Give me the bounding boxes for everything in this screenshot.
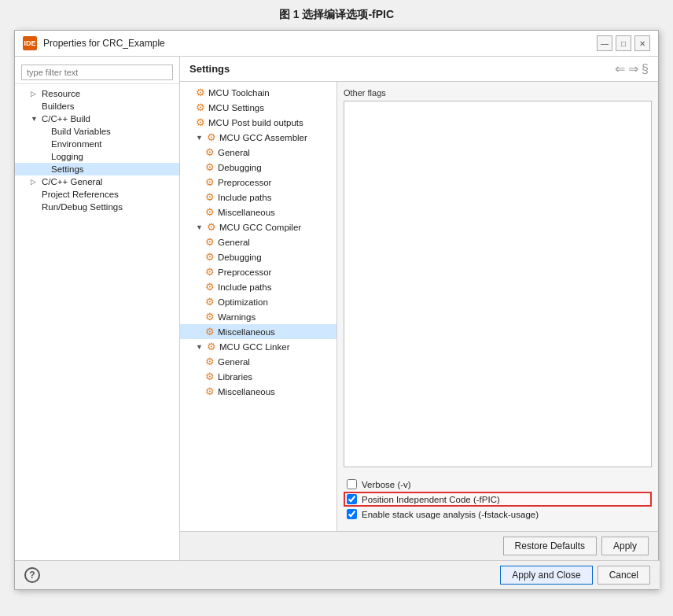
ide-logo-icon: IDE — [23, 36, 37, 50]
sidebar-item-label: C/C++ Build — [42, 114, 90, 124]
settings-item-linker-libraries[interactable]: ⚙ Libraries — [180, 369, 336, 384]
sidebar-item-logging[interactable]: Logging — [15, 150, 179, 163]
sidebar-item-label: Environment — [51, 139, 102, 149]
settings-header: Settings ⇐ ⇒ § — [180, 57, 658, 82]
gear-icon: ⚙ — [205, 236, 215, 248]
sidebar-item-settings[interactable]: Settings — [15, 163, 179, 175]
settings-item-label: Debugging — [218, 253, 262, 262]
gear-icon: ⚙ — [205, 206, 215, 218]
gear-icon: ⚙ — [196, 101, 205, 113]
content-area: Other flags Verbose (-v) Position Indepe… — [337, 82, 658, 531]
verbose-checkbox[interactable] — [347, 479, 357, 489]
settings-item-assembler-debugging[interactable]: ⚙ Debugging — [180, 160, 336, 175]
settings-item-mcu-toolchain[interactable]: ⚙ MCU Toolchain — [180, 85, 336, 100]
window-title: Properties for CRC_Example — [43, 38, 165, 49]
sidebar-item-label: Resource — [42, 89, 80, 98]
gear-icon: ⚙ — [205, 146, 215, 158]
settings-item-linker-general[interactable]: ⚙ General — [180, 354, 336, 369]
gear-icon: ⚙ — [205, 191, 215, 203]
stack-usage-label: Enable stack usage analysis (-fstack-usa… — [362, 510, 539, 519]
gear-icon: ⚙ — [205, 385, 215, 397]
settings-item-assembler-general[interactable]: ⚙ General — [180, 145, 336, 160]
sidebar-item-environment[interactable]: Environment — [15, 138, 179, 150]
settings-item-compiler-preprocessor[interactable]: ⚙ Preprocessor — [180, 264, 336, 279]
expand-icon: ▷ — [31, 178, 39, 186]
settings-item-label: Miscellaneous — [218, 387, 275, 397]
settings-item-label: Preprocessor — [218, 178, 271, 187]
settings-item-assembler-misc[interactable]: ⚙ Miscellaneous — [180, 205, 336, 219]
sidebar-item-resource[interactable]: ▷ Resource — [15, 87, 179, 100]
sidebar-item-project-references[interactable]: Project References — [15, 188, 179, 201]
settings-item-compiler-include-paths[interactable]: ⚙ Include paths — [180, 279, 336, 294]
verbose-label: Verbose (-v) — [362, 480, 411, 489]
settings-item-mcu-gcc-assembler[interactable]: ▼ ⚙ MCU GCC Assembler — [180, 130, 336, 145]
filter-input[interactable] — [21, 65, 173, 80]
settings-item-mcu-settings[interactable]: ⚙ MCU Settings — [180, 100, 336, 115]
settings-item-compiler-misc[interactable]: ⚙ Miscellaneous — [180, 324, 336, 339]
settings-tree: ⚙ MCU Toolchain ⚙ MCU Settings ⚙ MCU Pos… — [180, 82, 337, 531]
settings-item-mcu-post-build[interactable]: ⚙ MCU Post build outputs — [180, 115, 336, 130]
title-bar: IDE Properties for CRC_Example — □ ✕ — [15, 31, 658, 57]
settings-item-label: MCU GCC Linker — [219, 342, 289, 352]
title-bar-left: IDE Properties for CRC_Example — [23, 36, 165, 50]
cancel-button[interactable]: Cancel — [598, 566, 650, 585]
expand-icon: ▷ — [31, 90, 39, 98]
page-title: 图 1 选择编译选项-fPIC — [279, 8, 394, 22]
nav-back-icon[interactable]: ⇐ — [615, 61, 625, 76]
filter-input-wrap — [15, 61, 179, 84]
settings-item-label: General — [218, 148, 250, 157]
settings-item-linker-misc[interactable]: ⚙ Miscellaneous — [180, 384, 336, 399]
settings-item-label: MCU GCC Compiler — [219, 223, 301, 232]
settings-item-mcu-gcc-compiler[interactable]: ▼ ⚙ MCU GCC Compiler — [180, 219, 336, 234]
checkboxes-area: Verbose (-v) Position Independent Code (… — [344, 474, 652, 525]
gear-icon: ⚙ — [196, 116, 205, 128]
apply-and-close-button[interactable]: Apply and Close — [500, 566, 592, 585]
apply-button[interactable]: Apply — [601, 537, 649, 555]
gear-icon: ⚙ — [205, 311, 215, 323]
gear-icon: ⚙ — [205, 176, 215, 188]
nav-section-icon[interactable]: § — [642, 62, 649, 76]
position-independent-checkbox[interactable] — [347, 494, 357, 504]
sidebar-item-label: Run/Debug Settings — [42, 202, 123, 212]
settings-item-label: Debugging — [218, 163, 262, 172]
verbose-checkbox-row: Verbose (-v) — [344, 477, 652, 492]
help-button[interactable]: ? — [24, 567, 40, 583]
restore-defaults-button[interactable]: Restore Defaults — [503, 537, 597, 555]
settings-item-compiler-warnings[interactable]: ⚙ Warnings — [180, 309, 336, 324]
settings-item-mcu-gcc-linker[interactable]: ▼ ⚙ MCU GCC Linker — [180, 339, 336, 354]
footer-left: ? — [24, 567, 40, 583]
settings-item-compiler-optimization[interactable]: ⚙ Optimization — [180, 294, 336, 309]
settings-item-assembler-preprocessor[interactable]: ⚙ Preprocessor — [180, 175, 336, 190]
stack-usage-checkbox[interactable] — [347, 509, 357, 519]
gear-icon: ⚙ — [205, 356, 215, 367]
close-button[interactable]: ✕ — [634, 35, 650, 51]
stack-usage-checkbox-row: Enable stack usage analysis (-fstack-usa… — [344, 507, 652, 522]
gear-icon: ⚙ — [205, 281, 215, 293]
settings-item-assembler-include-paths[interactable]: ⚙ Include paths — [180, 190, 336, 205]
settings-item-label: General — [218, 357, 250, 367]
sidebar-item-cpp-build[interactable]: ▼ C/C++ Build — [15, 113, 179, 125]
left-panel: ▷ Resource Builders ▼ C/C++ Build Build … — [15, 57, 180, 560]
header-nav: ⇐ ⇒ § — [615, 61, 649, 76]
settings-item-label: Include paths — [218, 282, 271, 292]
settings-item-label: Preprocessor — [218, 267, 271, 277]
minimize-button[interactable]: — — [597, 35, 612, 51]
settings-header-title: Settings — [189, 63, 230, 75]
maximize-button[interactable]: □ — [616, 35, 631, 51]
settings-item-compiler-debugging[interactable]: ⚙ Debugging — [180, 249, 336, 264]
gear-icon: ⚙ — [207, 221, 216, 233]
other-flags-label: Other flags — [344, 88, 652, 98]
sidebar-item-label: Builders — [42, 101, 75, 111]
sidebar-item-builders[interactable]: Builders — [15, 100, 179, 113]
sidebar-item-cpp-general[interactable]: ▷ C/C++ General — [15, 175, 179, 188]
sidebar-item-build-variables[interactable]: Build Variables — [15, 125, 179, 138]
sidebar-item-label: C/C++ General — [42, 177, 102, 186]
right-panel: Settings ⇐ ⇒ § ⚙ MCU Toolchain ⚙ MCU S — [180, 57, 658, 560]
sidebar-item-run-debug[interactable]: Run/Debug Settings — [15, 201, 179, 213]
nav-forward-icon[interactable]: ⇒ — [628, 61, 638, 76]
settings-item-label: MCU Post build outputs — [208, 118, 303, 127]
settings-item-label: Warnings — [218, 312, 256, 322]
settings-item-compiler-general[interactable]: ⚙ General — [180, 234, 336, 249]
settings-item-label: MCU Settings — [208, 103, 264, 113]
flags-text-box[interactable] — [344, 101, 652, 467]
